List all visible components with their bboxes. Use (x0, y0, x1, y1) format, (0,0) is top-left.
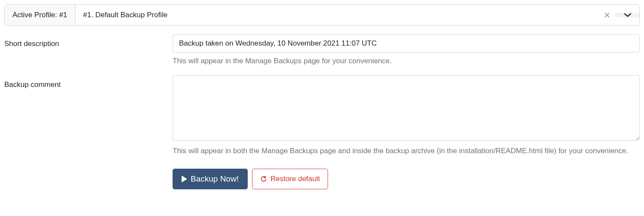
backup-comment-label: Backup comment (4, 75, 173, 157)
active-profile-row: Active Profile: #1 #1. Default Backup Pr… (4, 4, 640, 26)
profile-selected-text: #1. Default Backup Profile (76, 5, 598, 25)
backup-comment-help: This will appear in both the Manage Back… (173, 145, 640, 157)
button-row: Backup Now! Restore default (173, 169, 640, 189)
refresh-icon (260, 176, 267, 182)
backup-comment-row: Backup comment This will appear in both … (4, 75, 640, 157)
short-description-row: Short description This will appear in th… (4, 34, 640, 67)
active-profile-label: Active Profile: #1 (5, 5, 76, 25)
backup-comment-textarea[interactable] (173, 75, 640, 141)
short-description-help: This will appear in the Manage Backups p… (173, 55, 640, 67)
chevron-down-icon[interactable] (616, 13, 639, 17)
short-description-input[interactable] (173, 34, 640, 52)
restore-default-label: Restore default (270, 175, 320, 183)
short-description-label: Short description (4, 34, 173, 67)
profile-select[interactable]: #1. Default Backup Profile (76, 5, 639, 25)
clear-icon[interactable] (598, 12, 616, 18)
play-icon (182, 176, 187, 182)
backup-now-button[interactable]: Backup Now! (173, 169, 248, 189)
backup-now-label: Backup Now! (191, 174, 239, 184)
restore-default-button[interactable]: Restore default (252, 169, 328, 189)
